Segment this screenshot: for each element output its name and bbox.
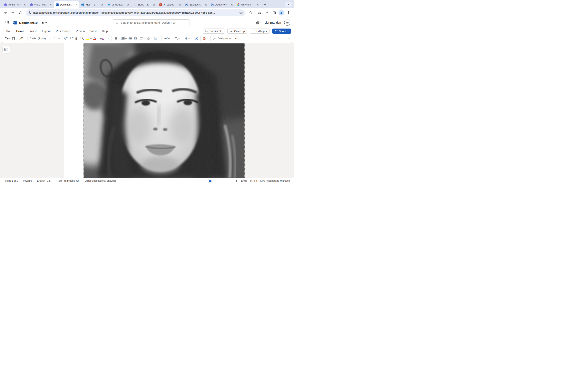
document-title[interactable]: Document10 [19,21,38,25]
styles-button[interactable]: A [164,37,170,40]
clear-formatting-button[interactable]: A [100,37,104,40]
cloud-saved-icon[interactable] [40,21,44,25]
menu-references[interactable]: References [53,28,73,34]
page-count[interactable]: Page 1 of 1 [5,179,18,182]
reload-button[interactable] [17,9,23,16]
comments-button[interactable]: Comments [203,29,225,34]
document-photo[interactable] [84,43,245,178]
font-name-select[interactable]: Calibri (Body) [28,36,52,41]
address-bar[interactable]: facesandvoices-my.sharepoint.com/persona… [26,9,245,16]
grow-font-button[interactable]: A [64,37,68,40]
increase-indent-button[interactable] [134,37,138,40]
tab-close-icon[interactable] [204,3,208,6]
zoom-in-button[interactable] [235,180,238,182]
zoom-out-button[interactable] [199,180,201,182]
font-group-overflow-button[interactable]: ··· [105,37,109,40]
zoom-level[interactable]: 100% [241,179,247,182]
browser-tab-google-search[interactable]: why cant i [235,1,261,8]
text-predictions-toggle[interactable]: Text Predictions: On [57,179,79,182]
side-panel-button[interactable] [271,9,277,16]
zoom-slider-thumb[interactable] [208,179,212,183]
document-page[interactable] [64,43,245,178]
menu-file[interactable]: File [4,28,14,34]
back-button[interactable] [2,9,9,16]
feedback-link[interactable]: Give Feedback to Microsoft [260,179,290,182]
bookmark-star-icon[interactable] [239,11,243,15]
align-button[interactable] [139,37,145,40]
menu-insert[interactable]: Insert [27,28,39,34]
forward-button[interactable] [10,9,16,16]
chevron-down-icon [158,37,159,39]
borders-button[interactable] [147,37,152,40]
decrease-indent-button[interactable] [129,37,132,40]
tab-close-icon[interactable] [23,3,26,6]
tab-close-icon[interactable] [126,3,130,6]
text-highlight-button[interactable] [86,37,91,40]
browser-profile-avatar[interactable] [278,10,284,16]
editing-mode-button[interactable]: Editing [250,29,269,34]
browser-tab-mail[interactable]: Mail - Tyl [79,1,105,8]
designer-button[interactable]: Designer [213,37,231,40]
language-indicator[interactable]: English (U.S.) [37,179,52,182]
italic-button[interactable]: I [79,37,80,40]
site-settings-icon[interactable] [28,11,31,14]
menu-review[interactable]: Review [73,28,88,34]
find-button[interactable] [174,37,180,40]
tab-close-icon[interactable] [100,3,104,6]
tab-close-icon[interactable] [230,3,233,6]
browser-tab-powerpoint[interactable]: P X- Values [157,1,183,8]
tab-close-icon[interactable] [49,3,52,6]
tab-close-icon[interactable] [152,3,156,6]
browser-tab-add-new[interactable]: Add A New [209,1,235,8]
settings-gear-button[interactable] [256,21,260,25]
url-text[interactable]: facesandvoices-my.sharepoint.com/persona… [33,11,237,14]
add-ins-button[interactable] [203,37,208,40]
ribbon-overflow-button[interactable]: ··· [235,37,239,40]
undo-button[interactable] [4,36,10,40]
paste-button[interactable] [12,37,17,40]
dictate-button[interactable] [185,37,190,40]
browser-tab-slack[interactable]: Slack - ! fv [131,1,157,8]
new-tab-button[interactable] [262,2,268,7]
format-painter-button[interactable] [19,36,23,40]
navigation-pane-button[interactable] [3,46,10,53]
app-launcher-button[interactable] [4,19,11,26]
browser-menu-button[interactable] [285,9,292,16]
media-controls-button[interactable] [256,9,263,16]
menu-help[interactable]: Help [99,28,111,34]
font-size-select[interactable]: 11 [52,36,62,41]
share-button[interactable]: Share [272,29,291,34]
extensions-button[interactable] [248,9,254,16]
menu-home[interactable]: Home [14,28,27,34]
downloads-button[interactable] [264,9,270,16]
font-color-button[interactable]: A [93,37,98,40]
search-input[interactable]: Search for tools, help, and more (Option… [113,19,190,26]
editor-button[interactable] [195,37,198,40]
fit-to-page-button[interactable]: Fit [250,179,257,183]
numbering-button[interactable]: 123 [121,37,127,40]
menu-layout[interactable]: Layout [39,28,53,34]
browser-tab-virtual[interactable]: Virtual Lea [105,1,131,8]
tab-close-icon[interactable] [75,3,78,6]
browser-tab-document-active[interactable]: W Document1 [54,1,79,8]
editor-suggestions-toggle[interactable]: Editor Suggestions: Showing [85,179,116,182]
browser-tab-edit-event[interactable]: Edit Event [183,1,209,8]
user-avatar[interactable]: TB [284,20,290,26]
browser-tab-home[interactable]: Home | Mic [2,1,28,8]
bold-button[interactable]: B [75,37,78,40]
browser-tab-word[interactable]: Word | Mic [28,1,54,8]
shrink-font-button[interactable]: A [70,37,73,40]
catch-up-button[interactable]: Catch up [227,29,247,34]
bullets-button[interactable] [114,37,119,40]
tab-close-icon[interactable] [256,3,259,6]
title-chevron-down-icon[interactable] [45,21,47,24]
tab-overflow-button[interactable] [285,2,292,7]
word-app-icon[interactable]: W [13,20,17,25]
collapse-ribbon-button[interactable] [289,38,290,39]
menu-view[interactable]: View [88,28,99,34]
word-count[interactable]: 0 words [23,179,32,182]
underline-button[interactable]: U [82,37,85,40]
zoom-slider[interactable] [204,181,228,181]
tab-close-icon[interactable] [178,3,182,6]
shading-button[interactable] [154,37,159,40]
